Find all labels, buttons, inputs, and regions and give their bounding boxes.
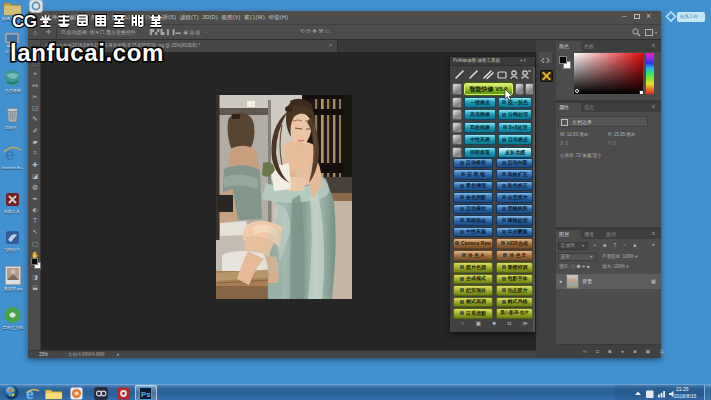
svg-text:CG: CG xyxy=(12,12,37,31)
svg-text:lanfucai.com: lanfucai.com xyxy=(10,41,164,66)
svg-text:Ps: Ps xyxy=(141,390,151,399)
svg-text:e: e xyxy=(26,387,34,400)
